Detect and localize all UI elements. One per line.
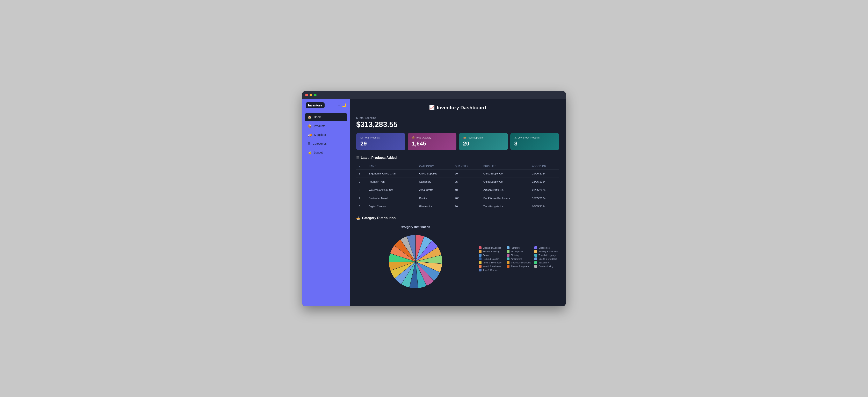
cell-4: OfficeSupply Co. [481, 177, 530, 186]
legend-color [534, 246, 537, 249]
legend-label: Furniture [511, 246, 520, 249]
cell-2: Art & Crafts [417, 186, 452, 194]
legend-color [506, 261, 509, 264]
minimize-button[interactable] [310, 94, 312, 96]
total-spending-section: $ Total Spending $313,283.55 [356, 116, 559, 129]
legend-label: Kitchen & Dining [483, 250, 499, 253]
table-row: 4Bestseller NovelBooks200BookWorm Publis… [356, 194, 559, 202]
legend-item-jewelry-&-watches: Jewelry & Watches [534, 250, 559, 253]
legend-color [506, 246, 509, 249]
stat-card-low-stock: ⚠ Low Stock Products 3 [510, 133, 559, 150]
legend-color [478, 265, 482, 268]
category-distribution-header: 🥧 Category Distribution [356, 216, 559, 220]
sidebar-item-suppliers[interactable]: 🚚 Suppliers [305, 131, 347, 139]
sidebar-item-products[interactable]: 📦 Products [305, 122, 347, 130]
stat-icon-total-products: 🗂 [360, 136, 363, 139]
col-header-supplier: Supplier [481, 163, 530, 169]
legend-color [478, 250, 482, 253]
stat-card-total-suppliers: 🚚 Total Suppliers 20 [459, 133, 508, 150]
cell-2: Books [417, 194, 452, 202]
legend-color [478, 269, 482, 271]
col-header-quantity: Quantity [452, 163, 481, 169]
legend-item-food-&-beverages: Food & Beverages [478, 261, 503, 264]
legend-color [478, 261, 482, 264]
cell-5: 29/06/2024 [530, 169, 559, 177]
dashboard-icon: 📈 [429, 105, 435, 110]
cell-3: 35 [452, 177, 481, 186]
legend-label: Stationery [538, 261, 549, 264]
category-distribution-title: Category Distribution [362, 216, 396, 220]
legend-item-pet-supplies: Pet Supplies [506, 250, 531, 253]
legend-item-toys-&-games: Toys & Games [478, 269, 503, 271]
legend-label: Books [483, 254, 489, 257]
sidebar-item-logout[interactable]: 🔓 Logout [305, 148, 347, 157]
legend-label: Electronics [538, 246, 550, 249]
cell-2: Stationery [417, 177, 452, 186]
main-content: 📈 Inventory Dashboard $ Total Spending $… [350, 99, 566, 306]
legend-item-kitchen-&-dining: Kitchen & Dining [478, 250, 503, 253]
sidebar-item-label-suppliers: Suppliers [314, 133, 326, 136]
stat-value-total-suppliers: 20 [463, 140, 504, 147]
cell-2: Electronics [417, 202, 452, 210]
stat-label-total-products: 🗂 Total Products [360, 136, 401, 139]
cell-5: 15/06/2024 [530, 177, 559, 186]
stat-card-total-products: 🗂 Total Products 29 [356, 133, 405, 150]
cell-5: 06/05/2024 [530, 202, 559, 210]
legend-label: Fitness Equipment [511, 265, 529, 268]
legend-label: Sports & Outdoors [538, 258, 557, 260]
legend-color [534, 258, 537, 260]
legend-item-outdoor-living: Outdoor Living [534, 265, 559, 268]
legend-label: Travel & Luggage [538, 254, 556, 257]
legend-label: Cleaning Supplies [483, 246, 501, 249]
legend-item-sports-&-outdoors: Sports & Outdoors [534, 258, 559, 260]
legend-item-cleaning-supplies: Cleaning Supplies [478, 246, 503, 249]
legend-item-furniture: Furniture [506, 246, 531, 249]
suppliers-icon: 🚚 [308, 133, 312, 137]
total-spending-amount: $313,283.55 [356, 120, 559, 129]
sidebar-item-home[interactable]: 🏠 Home [305, 113, 347, 121]
chart-container: Category Distribution Cleaning Supplies … [356, 223, 559, 294]
legend-label: Health & Wellness [483, 265, 501, 268]
legend-label: Pet Supplies [511, 250, 524, 253]
stat-icon-total-suppliers: 🚚 [463, 136, 466, 139]
chart-legend: Cleaning Supplies Furniture Electronics … [474, 246, 559, 271]
cell-0: 3 [356, 186, 366, 194]
sidebar-header-icons: + 🌙 [338, 103, 346, 107]
sidebar-item-categories[interactable]: ☰ Categories [305, 140, 347, 148]
legend-color [478, 258, 482, 260]
pie-icon: 🥧 [356, 216, 360, 220]
page-title: Inventory Dashboard [437, 105, 486, 110]
legend-label: Food & Beverages [483, 261, 501, 264]
cell-0: 1 [356, 169, 366, 177]
legend-label: Clothing [511, 254, 519, 257]
legend-item-travel-&-luggage: Travel & Luggage [534, 254, 559, 257]
close-button[interactable] [305, 94, 308, 96]
stat-label-total-quantity: 📦 Total Quantity [412, 136, 453, 139]
cell-4: ArtisanCrafts Co. [481, 186, 530, 194]
theme-toggle-button[interactable]: 🌙 [342, 103, 346, 107]
home-icon: 🏠 [308, 115, 312, 119]
sidebar-item-label-categories: Categories [313, 142, 327, 145]
page-header: 📈 Inventory Dashboard [356, 105, 559, 110]
cell-1: Bestseller Novel [366, 194, 417, 202]
sidebar-item-label-logout: Logout [314, 151, 323, 154]
legend-color [534, 254, 537, 257]
chart-inner-title: Category Distribution [401, 225, 430, 229]
titlebar [302, 91, 566, 99]
legend-item-music-&-instruments: Music & Instruments [506, 261, 531, 264]
cell-4: TechGadgets Inc. [481, 202, 530, 210]
cell-1: Watercolor Paint Set [366, 186, 417, 194]
stats-grid: 🗂 Total Products 29 📦 Total Quantity 1,6… [356, 133, 559, 150]
latest-products-title: Latest Products Added [361, 156, 397, 160]
legend-color [478, 254, 482, 257]
sidebar-item-label-products: Products [314, 124, 325, 128]
cell-3: 20 [452, 169, 481, 177]
cell-4: OfficeSupply Co. [481, 169, 530, 177]
legend-label: Outdoor Living [538, 265, 553, 268]
maximize-button[interactable] [314, 94, 316, 96]
latest-products-section: ☰ Latest Products Added #NameCategoryQua… [356, 156, 559, 210]
stat-value-total-products: 29 [360, 140, 401, 147]
cell-3: 200 [452, 194, 481, 202]
add-button[interactable]: + [338, 103, 340, 107]
legend-item-electronics: Electronics [534, 246, 559, 249]
